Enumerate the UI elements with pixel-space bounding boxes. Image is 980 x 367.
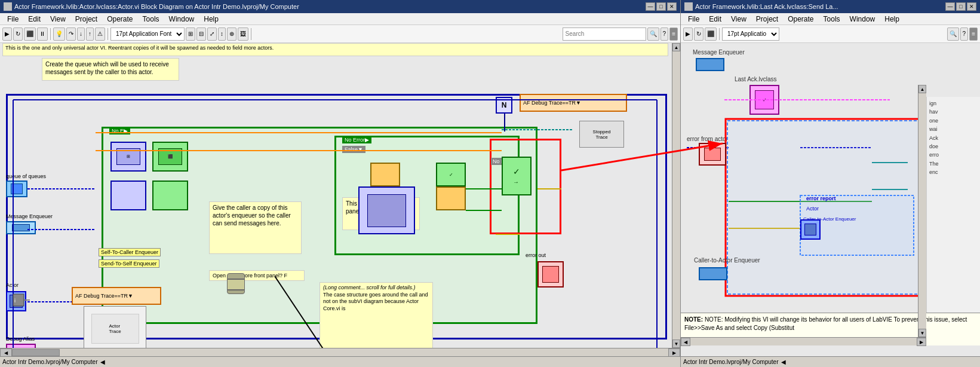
right-search-icon[interactable]: 🔍 <box>947 27 959 41</box>
extra-button[interactable]: ≡ <box>669 27 678 41</box>
top-comment: This is the one and only universal actor… <box>2 43 668 56</box>
error-out-label: error out <box>526 252 546 258</box>
right-menu-operate[interactable]: Operate <box>783 14 818 25</box>
menu-view[interactable]: View <box>45 14 70 25</box>
diagonal-line <box>275 276 346 356</box>
warn-button[interactable]: ⚠ <box>95 27 105 41</box>
right-window: Actor Framework.lvlib:Last Ack.lvclass:S… <box>681 0 980 367</box>
left-diagram-area[interactable]: This is the one and only universal actor… <box>0 43 680 356</box>
n-wire-v <box>504 114 505 131</box>
right-font-dropdown[interactable]: 17pt Applicatio <box>722 27 779 41</box>
svg-rect-26 <box>727 121 924 294</box>
menu-operate[interactable]: Operate <box>102 14 137 25</box>
tb-sep1 <box>50 28 51 40</box>
right-menu-file[interactable]: File <box>683 14 704 25</box>
run-button[interactable]: ▶ <box>2 27 12 41</box>
give-caller-comment: Give the caller a copy of this actor's e… <box>209 201 302 254</box>
af-debug-trace-left: AF Debug Trace==TR▼ <box>72 287 161 305</box>
tb-sep3 <box>251 28 251 40</box>
msg-enqueuer-label-left: Message Enqueuer <box>6 213 53 219</box>
actor-label-left: Actor <box>6 282 19 288</box>
right-close-button[interactable]: ✕ <box>967 2 976 11</box>
menu-tools[interactable]: Tools <box>138 14 164 25</box>
right-tb-sep1 <box>719 28 720 40</box>
self-to-caller-label: Self-To-Caller Enqueuer <box>99 248 161 256</box>
font-dropdown[interactable]: 17pt Application Font <box>110 27 185 41</box>
menu-window[interactable]: Window <box>164 14 199 25</box>
right-menu-project[interactable]: Project <box>751 14 783 25</box>
right-run-button[interactable]: ▶ <box>683 27 693 41</box>
right-title-bar: Actor Framework.lvlib:Last Ack.lvclass:S… <box>681 0 980 13</box>
right-menu-view[interactable]: View <box>726 14 751 25</box>
vi-block-green-right: ✓ <box>436 163 466 186</box>
right-msg-enqueuer-label: Message Enqueuer <box>693 49 745 56</box>
debug-alias-label: Debug Alias <box>6 336 35 342</box>
right-status-bar: Actor Intr Demo.lvproj/My Computer ◀ <box>681 356 980 367</box>
resize-button[interactable]: ⤢ <box>207 27 217 41</box>
left-win-controls: — □ ✕ <box>646 2 677 11</box>
minimize-button[interactable]: — <box>646 2 655 11</box>
vi-block-orange-right <box>436 186 466 210</box>
stopped-trace-block: StoppedTrace <box>579 121 624 148</box>
menu-project[interactable]: Project <box>70 14 102 25</box>
db-icon <box>227 273 245 294</box>
queue-of-queues-label: queue of queues <box>6 173 46 179</box>
env-button[interactable]: 🖼 <box>238 27 248 41</box>
right-last-ack-label: Last Ack.lvclass <box>735 76 777 82</box>
vi-block-2: ⬛ <box>152 142 188 172</box>
right-scrollbar-x[interactable]: ◀ ▶ <box>681 337 926 345</box>
vi-block-3 <box>110 181 146 210</box>
vi-block-yellow <box>370 163 400 186</box>
align-button[interactable]: ⊞ <box>186 27 195 41</box>
left-scrollbar-y[interactable]: ▲ ▼ <box>672 43 680 348</box>
right-menu-edit[interactable]: Edit <box>704 14 726 25</box>
right-extra-button[interactable]: ≡ <box>969 27 978 41</box>
right-error-from-actor-block <box>699 143 726 166</box>
af-debug-trace-top: AF Debug Trace==TR▼ <box>520 94 627 112</box>
right-minimize-button[interactable]: — <box>945 2 955 11</box>
left-status-bar: Actor Intr Demo.lvproj/My Computer ◀ <box>0 356 680 367</box>
right-diagram-area[interactable]: Message Enqueuer Last Ack.lvclass ✓ erro… <box>681 43 980 356</box>
right-help-button[interactable]: ? <box>960 27 969 41</box>
search-icon-btn[interactable]: 🔍 <box>647 27 659 41</box>
queue-of-queues-block <box>6 181 27 197</box>
send-to-self-label: Send-To-Self Enqueuer <box>99 259 159 268</box>
left-title-bar: Actor Framework.lvlib:Actor.lvclass:Acto… <box>0 0 680 13</box>
menu-edit[interactable]: Edit <box>23 14 45 25</box>
right-menu-tools[interactable]: Tools <box>819 14 845 25</box>
palette-button[interactable]: ⊕ <box>227 27 236 41</box>
right-error-report-label: error report <box>806 195 836 201</box>
step-over-button[interactable]: ↷ <box>66 27 76 41</box>
right-menu-window[interactable]: Window <box>845 14 880 25</box>
right-abort-button[interactable]: ⬛ <box>705 27 717 41</box>
abort-button[interactable]: ⬛ <box>24 27 36 41</box>
highlight-button[interactable]: 💡 <box>53 27 65 41</box>
right-msg-enqueuer-block <box>696 58 724 71</box>
right-menu-help[interactable]: Help <box>880 14 904 25</box>
step-out-button[interactable]: ↑ <box>86 27 94 41</box>
n-block: N <box>496 97 512 114</box>
right-caller-enqueuer-block <box>699 267 727 280</box>
close-button[interactable]: ✕ <box>667 2 677 11</box>
right-scrollbar-y[interactable]: ▲ ▼ <box>918 85 926 337</box>
svg-rect-28 <box>726 119 929 296</box>
left-scrollbar-x[interactable]: ◀ ▶ <box>0 348 680 356</box>
help-button[interactable]: ? <box>660 27 669 41</box>
right-last-ack-block: ✓ <box>749 85 779 115</box>
distrib-button[interactable]: ⊟ <box>196 27 206 41</box>
search-input[interactable] <box>563 27 646 41</box>
pause-button[interactable]: ⏸ <box>37 27 48 41</box>
svg-line-0 <box>275 276 346 356</box>
run-cont-button[interactable]: ↻ <box>13 27 23 41</box>
left-window: Actor Framework.lvlib:Actor.lvclass:Acto… <box>0 0 681 367</box>
actor-trace-box: ActorTrace <box>84 306 146 351</box>
reorder-button[interactable]: ↕ <box>218 27 226 41</box>
step-into-button[interactable]: ↓ <box>77 27 85 41</box>
right-maximize-button[interactable]: □ <box>956 2 966 11</box>
vi-block-1: ⊞ <box>110 142 146 172</box>
menu-help[interactable]: Help <box>199 14 223 25</box>
left-toolbar: ▶ ↻ ⬛ ⏸ 💡 ↷ ↓ ↑ ⚠ 17pt Application Font … <box>0 25 680 43</box>
menu-file[interactable]: File <box>2 14 23 25</box>
maximize-button[interactable]: □ <box>656 2 666 11</box>
right-run-cont-button[interactable]: ↻ <box>694 27 703 41</box>
